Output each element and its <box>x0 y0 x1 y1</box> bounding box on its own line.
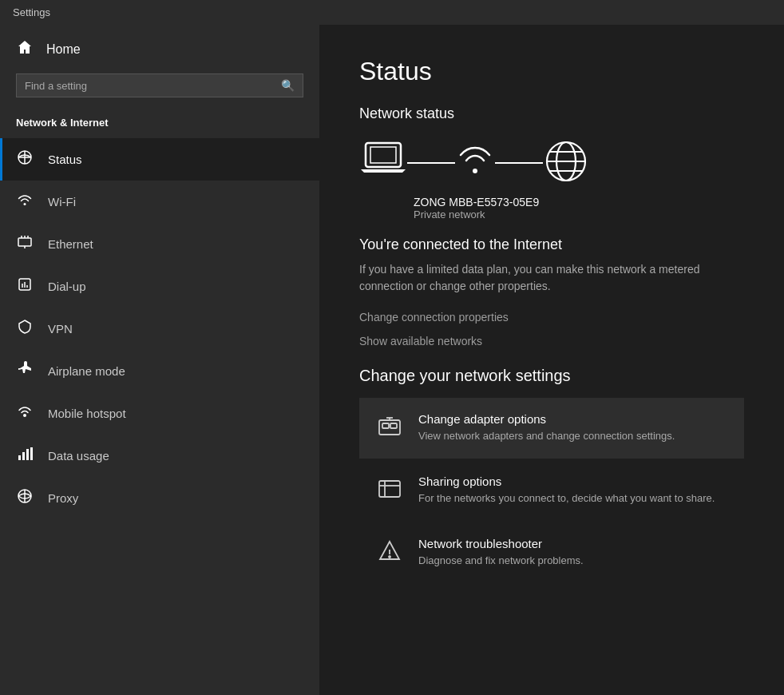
svg-rect-20 <box>370 147 396 163</box>
change-connection-link[interactable]: Change connection properties <box>359 311 744 324</box>
sidebar-item-wifi[interactable]: Wi-Fi <box>0 181 319 223</box>
sharing-card-desc: For the networks you connect to, decide … <box>418 491 728 506</box>
svg-rect-3 <box>18 238 31 246</box>
change-settings-title: Change your network settings <box>359 367 744 385</box>
troubleshooter-card-desc: Diagnose and fix network problems. <box>418 554 728 568</box>
sharing-card-content: Sharing options For the networks you con… <box>418 475 728 506</box>
network-type: Private network <box>414 208 744 220</box>
svg-rect-28 <box>390 423 397 428</box>
connected-desc: If you have a limited data plan, you can… <box>359 261 744 295</box>
sidebar-item-label-proxy: Proxy <box>48 491 78 505</box>
sidebar-item-hotspot[interactable]: Mobile hotspot <box>0 392 319 435</box>
adapter-icon <box>375 414 404 444</box>
svg-rect-13 <box>18 455 21 460</box>
content-area: Status Network status <box>319 25 784 695</box>
network-labels: ZONG MBB-E5573-05E9 Private network <box>414 196 744 220</box>
sidebar-home-button[interactable]: Home <box>0 25 319 73</box>
svg-point-12 <box>23 414 26 417</box>
network-line-2 <box>495 162 543 164</box>
data-usage-icon <box>16 446 34 466</box>
sidebar-item-label-airplane: Airplane mode <box>48 364 125 378</box>
sidebar-item-dialup[interactable]: Dial-up <box>0 265 319 308</box>
sidebar-section-title: Network & Internet <box>0 110 319 138</box>
vpn-icon <box>16 319 34 339</box>
airplane-icon <box>16 361 34 381</box>
laptop-icon <box>359 139 407 187</box>
svg-point-35 <box>389 556 390 558</box>
svg-rect-31 <box>379 481 400 497</box>
hotspot-icon <box>16 403 34 423</box>
adapter-options-card[interactable]: Change adapter options View network adap… <box>359 398 744 459</box>
sharing-card-title: Sharing options <box>418 475 728 488</box>
connected-text: You're connected to the Internet <box>359 236 744 253</box>
network-status-title: Network status <box>359 105 744 122</box>
sidebar-item-label-ethernet: Ethernet <box>48 237 93 251</box>
search-box[interactable]: 🔍 <box>16 73 303 97</box>
home-icon <box>16 39 34 59</box>
svg-rect-16 <box>30 447 33 460</box>
sidebar-item-label-status: Status <box>48 153 82 166</box>
network-line-1 <box>407 162 455 164</box>
sidebar-item-data[interactable]: Data usage <box>0 435 319 477</box>
search-icon: 🔍 <box>281 79 295 92</box>
status-icon <box>16 149 34 169</box>
adapter-card-desc: View network adapters and change connect… <box>418 429 728 443</box>
sidebar-item-label-dialup: Dial-up <box>48 280 86 293</box>
sidebar-item-proxy[interactable]: Proxy <box>0 477 319 519</box>
page-title: Status <box>359 57 744 86</box>
sidebar-item-label-vpn: VPN <box>48 322 73 336</box>
title-bar: Settings <box>0 0 784 25</box>
globe-icon <box>543 138 589 188</box>
show-networks-link[interactable]: Show available networks <box>359 335 744 348</box>
troubleshooter-card-title: Network troubleshooter <box>418 537 728 550</box>
sharing-icon <box>375 476 404 506</box>
sidebar-item-status[interactable]: Status <box>0 138 319 181</box>
svg-rect-14 <box>22 452 25 460</box>
sidebar-item-label-wifi: Wi-Fi <box>48 195 76 208</box>
svg-rect-15 <box>26 449 29 460</box>
sidebar-item-label-hotspot: Mobile hotspot <box>48 407 126 420</box>
proxy-icon <box>16 488 34 508</box>
wifi-icon <box>16 192 34 212</box>
network-name: ZONG MBB-E5573-05E9 <box>414 196 744 208</box>
network-diagram <box>359 138 744 188</box>
app-title: Settings <box>13 6 50 18</box>
svg-rect-27 <box>382 423 389 428</box>
troubleshooter-card[interactable]: Network troubleshooter Diagnose and fix … <box>359 522 744 583</box>
sidebar: Home 🔍 Network & Internet Status <box>0 25 319 695</box>
adapter-card-content: Change adapter options View network adap… <box>418 412 728 443</box>
sidebar-item-airplane[interactable]: Airplane mode <box>0 350 319 392</box>
network-center-icon <box>455 141 495 185</box>
sidebar-item-vpn[interactable]: VPN <box>0 308 319 350</box>
dialup-icon <box>16 276 34 296</box>
ethernet-icon <box>16 234 34 254</box>
search-input[interactable] <box>25 80 275 92</box>
sidebar-item-label-data: Data usage <box>48 449 109 463</box>
adapter-card-title: Change adapter options <box>418 412 728 426</box>
sidebar-item-ethernet[interactable]: Ethernet <box>0 223 319 265</box>
troubleshooter-card-content: Network troubleshooter Diagnose and fix … <box>418 537 728 568</box>
sharing-options-card[interactable]: Sharing options For the networks you con… <box>359 460 744 521</box>
troubleshooter-icon <box>375 538 404 569</box>
home-label: Home <box>46 42 81 57</box>
